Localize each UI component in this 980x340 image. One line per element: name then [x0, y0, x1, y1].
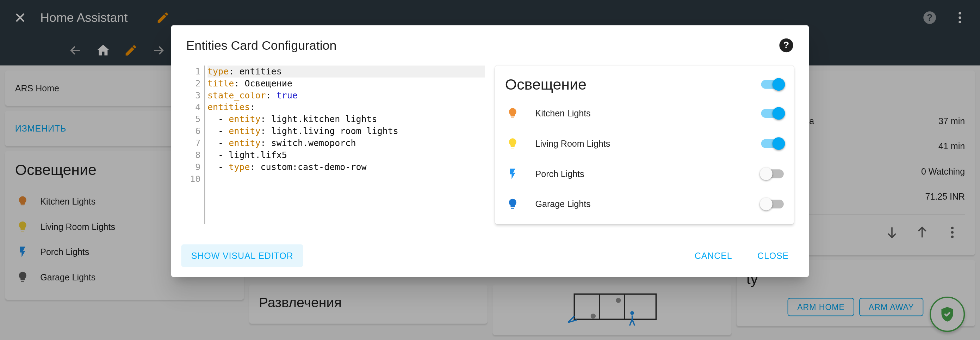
entity-label: Kitchen Lights	[535, 108, 746, 118]
code-line[interactable]: entities:	[207, 101, 485, 113]
entity-toggle[interactable]	[761, 139, 784, 148]
code-line[interactable]: - entity: light.living_room_lights	[207, 125, 485, 137]
preview-entity-row: Living Room Lights	[505, 128, 784, 159]
card-config-dialog: Entities Card Configuration ? 1234567891…	[171, 25, 809, 277]
close-button-dialog[interactable]: Close	[747, 244, 799, 267]
entity-label: Living Room Lights	[535, 139, 746, 149]
show-visual-editor-button[interactable]: Show Visual Editor	[181, 244, 303, 267]
entity-toggle[interactable]	[761, 200, 784, 208]
code-line[interactable]: state_color: true	[207, 89, 485, 102]
preview-entity-row: Porch Lights	[505, 159, 784, 189]
master-toggle[interactable]	[761, 80, 784, 89]
code-line[interactable]: type: entities	[207, 65, 485, 78]
code-line[interactable]: - type: custom:cast-demo-row	[207, 161, 485, 173]
lightbulb-icon	[505, 198, 520, 211]
code-line[interactable]: - light.lifx5	[207, 149, 485, 161]
preview-entity-row: Kitchen Lights	[505, 98, 784, 129]
entity-toggle[interactable]	[761, 169, 784, 178]
entity-label: Garage Lights	[535, 199, 746, 209]
code-line[interactable]: - entity: switch.wemoporch	[207, 137, 485, 149]
card-preview: Освещение Kitchen Lights Living Room Lig…	[495, 65, 794, 224]
dialog-title: Entities Card Configuration	[186, 38, 337, 53]
entity-label: Porch Lights	[535, 169, 746, 179]
lightbulb-icon	[505, 137, 520, 150]
yaml-editor[interactable]: 12345678910 type: entitiestitle: Освещен…	[186, 65, 485, 224]
lightbulb-icon	[505, 107, 520, 120]
entity-toggle[interactable]	[761, 109, 784, 118]
dialog-help-button[interactable]: ?	[779, 38, 794, 53]
cancel-button[interactable]: Cancel	[684, 244, 742, 267]
preview-entity-row: Garage Lights	[505, 189, 784, 219]
code-line[interactable]: title: Освещение	[207, 78, 485, 89]
flash-icon	[505, 168, 520, 180]
preview-title: Освещение	[505, 75, 587, 93]
code-line[interactable]: - entity: light.kitchen_lights	[207, 113, 485, 125]
modal-overlay[interactable]: Entities Card Configuration ? 1234567891…	[0, 0, 980, 340]
svg-text:?: ?	[783, 40, 789, 50]
